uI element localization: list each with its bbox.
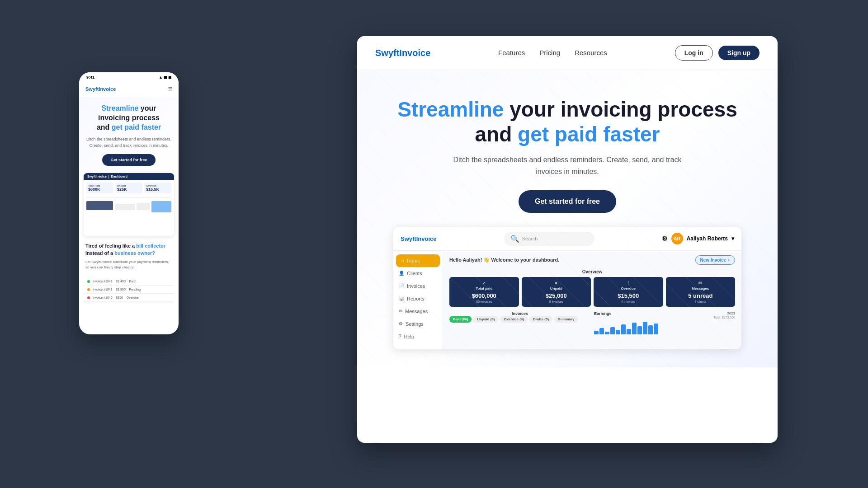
nav-features[interactable]: Features bbox=[498, 49, 525, 56]
hero-cta-button[interactable]: Get started for free bbox=[519, 190, 616, 213]
earnings-bar-segment bbox=[643, 322, 647, 334]
chevron-down-icon: ▾ bbox=[731, 235, 734, 242]
mobile-dash-cards: Total Paid $600K Unpaid $25K Overdue $15… bbox=[84, 180, 174, 196]
earnings-section: Earnings 2023 Total: $273,000 bbox=[594, 311, 735, 334]
dashboard-header: SwyftInvoice 🔍 Search ⚙ AR Aaliyah Rober… bbox=[393, 227, 741, 251]
mobile-hero: Streamline yourinvoicing processand get … bbox=[79, 97, 179, 173]
help-icon: ? bbox=[399, 334, 401, 339]
signup-button[interactable]: Sign up bbox=[718, 46, 760, 60]
sidebar-item-reports[interactable]: 📊 Reports bbox=[393, 292, 443, 305]
mobile-hero-subtitle: Ditch the spreadsheets and endless remin… bbox=[85, 136, 172, 149]
dashboard-search[interactable]: 🔍 Search bbox=[504, 232, 594, 246]
dashboard-preview: SwyftInvoice 🔍 Search ⚙ AR Aaliyah Rober… bbox=[393, 227, 741, 349]
mobile-card-paid-value: $600K bbox=[88, 187, 112, 192]
earnings-bar-segment bbox=[599, 328, 604, 334]
tab-overdue[interactable]: Overdue (4) bbox=[500, 316, 527, 323]
earnings-bar-segment bbox=[610, 327, 615, 334]
card-messages: ✉ Messages 5 unread 3 clients bbox=[666, 277, 736, 307]
alert-icon: ! bbox=[597, 281, 660, 286]
mobile-card-unpaid: Unpaid $25K bbox=[115, 183, 142, 193]
hero-section: Streamline your invoicing process and ge… bbox=[357, 70, 778, 367]
tab-unpaid[interactable]: Unpaid (8) bbox=[473, 316, 498, 323]
earnings-bar-segment bbox=[632, 323, 637, 334]
mobile-status-bar: 9:41 ▲ ◼ ◼ bbox=[79, 72, 179, 81]
mobile-dash-nav: SwyftInvoice | Dashboard bbox=[84, 173, 174, 180]
mobile-card-unpaid-value: $25K bbox=[117, 187, 141, 192]
earnings-bar-segment bbox=[648, 325, 653, 334]
invoices-icon: 📄 bbox=[399, 283, 404, 288]
overview-label: Overview bbox=[449, 269, 735, 274]
dashboard-greeting: Hello Aaliyah! 👋 Welcome to your dashboa… bbox=[449, 255, 735, 265]
new-invoice-button[interactable]: New Invoice + bbox=[695, 255, 735, 265]
avatar: AR bbox=[671, 233, 683, 244]
dashboard-user: ⚙ AR Aaliyah Roberts ▾ bbox=[662, 233, 734, 244]
tab-paid[interactable]: Paid (80) bbox=[449, 316, 472, 323]
sidebar-item-invoices[interactable]: 📄 Invoices bbox=[393, 280, 443, 292]
sidebar-item-messages[interactable]: ✉ Messages bbox=[393, 305, 443, 318]
gear-icon: ⚙ bbox=[399, 321, 403, 326]
dashboard-sidebar: ⌂ Home 👤 Clients 📄 Invoices 📊 Reports bbox=[393, 251, 443, 349]
nav-resources[interactable]: Resources bbox=[575, 49, 607, 56]
earnings-bar-segment bbox=[594, 331, 599, 334]
earnings-bar-segment bbox=[654, 324, 658, 334]
overview-cards: ✓ Total paid $600,000 80 invoices ✕ Unpa… bbox=[449, 277, 735, 307]
mobile-section2-title: Tired of feeling like a bill collector i… bbox=[85, 243, 172, 257]
dashboard-main: Hello Aaliyah! 👋 Welcome to your dashboa… bbox=[443, 251, 741, 349]
mobile-hero-title: Streamline yourinvoicing processand get … bbox=[85, 104, 172, 132]
sidebar-item-clients[interactable]: 👤 Clients bbox=[393, 267, 443, 280]
earnings-bar-segment bbox=[637, 326, 642, 334]
mobile-section2: Tired of feeling like a bill collector i… bbox=[79, 236, 179, 274]
hero-subtitle: Ditch the spreadsheets and endless remin… bbox=[450, 154, 685, 177]
mobile-list-rows: Invoice #1042 $2,400 Paid Invoice #1041 … bbox=[84, 277, 174, 302]
invoices-earnings: Invoices Paid (80) Unpaid (8) Overdue (4… bbox=[449, 311, 735, 334]
sidebar-item-home[interactable]: ⌂ Home bbox=[396, 254, 440, 267]
nav-actions: Log in Sign up bbox=[675, 45, 760, 61]
search-icon: 🔍 bbox=[510, 235, 519, 243]
sidebar-item-help[interactable]: ? Help bbox=[393, 330, 443, 343]
mobile-screenshot: 9:41 ▲ ◼ ◼ SwyftInvoice ≡ Streamline you… bbox=[79, 72, 179, 334]
logo: SwyftInvoice bbox=[375, 48, 430, 58]
mobile-logo: SwyftInvoice bbox=[85, 86, 116, 92]
login-button[interactable]: Log in bbox=[675, 45, 713, 61]
nav-pricing[interactable]: Pricing bbox=[539, 49, 560, 56]
mobile-cta-button[interactable]: Get started for free bbox=[102, 154, 155, 166]
mobile-list-item: Invoice #1041 $1,800 Pending bbox=[84, 286, 174, 294]
dashboard-body: ⌂ Home 👤 Clients 📄 Invoices 📊 Reports bbox=[393, 251, 741, 349]
invoices-section: Invoices Paid (80) Unpaid (8) Overdue (4… bbox=[449, 311, 590, 334]
card-overdue: ! Overdue $15,500 4 invoices bbox=[594, 277, 663, 307]
messages-icon: ✉ bbox=[399, 309, 402, 314]
dashboard-logo: SwyftInvoice bbox=[401, 235, 436, 242]
home-icon: ⌂ bbox=[401, 258, 404, 263]
card-total-paid: ✓ Total paid $600,000 80 invoices bbox=[449, 277, 519, 307]
earnings-bar-segment bbox=[616, 330, 620, 334]
mobile-card-paid: Total Paid $600K bbox=[86, 183, 113, 193]
earnings-chart bbox=[594, 321, 735, 334]
mobile-section2-text: Let SwyftInvoice automate your payment r… bbox=[85, 259, 172, 270]
main-nav: SwyftInvoice Features Pricing Resources … bbox=[357, 36, 778, 70]
mobile-icons: ▲ ◼ ◼ bbox=[159, 75, 171, 80]
sidebar-item-settings[interactable]: ⚙ Settings bbox=[393, 318, 443, 330]
mobile-hamburger-icon[interactable]: ≡ bbox=[168, 85, 172, 93]
mobile-time: 9:41 bbox=[86, 75, 94, 80]
mobile-nav: SwyftInvoice ≡ bbox=[79, 81, 179, 97]
earnings-bar-segment bbox=[627, 329, 631, 334]
mobile-dashboard-preview: SwyftInvoice | Dashboard Total Paid $600… bbox=[84, 173, 174, 236]
tab-summary[interactable]: Summary bbox=[554, 316, 578, 323]
clients-icon: 👤 bbox=[399, 271, 404, 276]
tab-drafts[interactable]: Drafts (5) bbox=[529, 316, 552, 323]
mobile-card-overdue-value: $15.5K bbox=[146, 187, 170, 192]
browser-window: SwyftInvoice Features Pricing Resources … bbox=[357, 36, 778, 443]
card-unpaid: ✕ Unpaid $25,000 8 invoices bbox=[522, 277, 591, 307]
settings-icon[interactable]: ⚙ bbox=[662, 235, 668, 242]
earnings-bar-segment bbox=[605, 332, 609, 334]
invoice-tabs: Paid (80) Unpaid (8) Overdue (4) Drafts … bbox=[449, 316, 590, 323]
earnings-bar-segment bbox=[621, 324, 626, 334]
mail-icon: ✉ bbox=[670, 281, 732, 286]
hero-title: Streamline your invoicing process and ge… bbox=[375, 97, 760, 147]
reports-icon: 📊 bbox=[399, 296, 404, 301]
check-icon: ✓ bbox=[453, 281, 515, 286]
mobile-card-overdue: Overdue $15.5K bbox=[144, 183, 171, 193]
mobile-list-item: Invoice #1040 $950 Overdue bbox=[84, 294, 174, 302]
mobile-list-item: Invoice #1042 $2,400 Paid bbox=[84, 277, 174, 286]
x-icon: ✕ bbox=[525, 281, 588, 286]
